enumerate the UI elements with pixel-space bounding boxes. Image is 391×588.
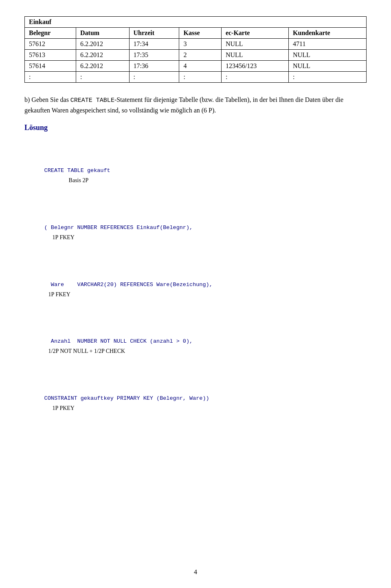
code-text-1: CREATE TABLE gekauft [44,167,110,174]
cell-datum-3: 6.2.2012 [76,61,130,72]
table-header-row: Belegnr Datum Uhrzeit Kasse ec-Karte Kun… [25,28,367,39]
cell-dots-4: : [179,72,221,83]
cell-kasse-3: 4 [179,61,221,72]
page-content: Einkauf Belegnr Datum Uhrzeit Kasse ec-K… [24,16,367,442]
cell-kasse-1: 3 [179,39,221,50]
code-line-5: CONSTRAINT gekauftkey PRIMARY KEY (Beleg… [24,385,367,423]
cell-datum-2: 6.2.2012 [76,50,130,61]
cell-dots-1: : [25,72,76,83]
table-row-dots: : : : : : : [25,72,367,83]
col-header-uhrzeit: Uhrzeit [129,28,179,39]
col-header-kundenkarte: Kundenkarte [289,28,367,39]
annotation-5: 1P PKEY [44,405,75,411]
annotation-4: 1/2P NOT NULL + 1/2P CHECK [44,348,125,354]
code-text-2: ( Belegnr NUMBER REFERENCES Einkauf(Bele… [44,225,193,231]
annotation-1: Basis 2P [44,177,89,183]
cell-ec-2: NULL [221,50,288,61]
cell-datum-1: 6.2.2012 [76,39,130,50]
question-code1: CREATE TABLE [70,97,114,104]
code-line-3: Ware VARCHAR2(20) REFERENCES Ware(Bezeic… [24,271,367,309]
annotation-2: 1P FKEY [44,234,75,240]
loesung-heading: Lösung [24,123,367,132]
cell-ec-1: NULL [221,39,288,50]
cell-ec-3: 123456/123 [221,61,288,72]
question-label: b) [24,96,30,103]
cell-belegnr-2: 57613 [25,50,76,61]
cell-kunden-3: NULL [289,61,367,72]
cell-dots-5: : [221,72,288,83]
col-header-kasse: Kasse [179,28,221,39]
cell-dots-6: : [289,72,367,83]
col-header-belegnr: Belegnr [25,28,76,39]
col-header-ec-karte: ec-Karte [221,28,288,39]
table-row: 57614 6.2.2012 17:36 4 123456/123 NULL [25,61,367,72]
table-row: 57612 6.2.2012 17:34 3 NULL 4711 [25,39,367,50]
cell-dots-2: : [76,72,130,83]
annotation-3: 1P FKEY [44,291,70,297]
code-line-2: ( Belegnr NUMBER REFERENCES Einkauf(Bele… [24,214,367,252]
cell-belegnr-3: 57614 [25,61,76,72]
col-header-datum: Datum [76,28,130,39]
code-text-4: Anzahl NUMBER NOT NULL CHECK (anzahl > 0… [44,338,193,344]
einkauf-table: Einkauf Belegnr Datum Uhrzeit Kasse ec-K… [24,16,367,83]
cell-dots-3: : [129,72,179,83]
cell-belegnr-1: 57612 [25,39,76,50]
cell-uhrzeit-2: 17:35 [129,50,179,61]
cell-kunden-1: 4711 [289,39,367,50]
code-line-4: Anzahl NUMBER NOT NULL CHECK (anzahl > 0… [24,328,367,366]
cell-kunden-2: NULL [289,50,367,61]
question-paragraph: b) Geben Sie das CREATE TABLE-Statement … [24,95,367,115]
code-text-5: CONSTRAINT gekauftkey PRIMARY KEY (Beleg… [44,395,209,401]
page-number: 4 [194,568,197,576]
table-title: Einkauf [25,17,367,28]
code-line-1: CREATE TABLE gekauft Basis 2P [24,157,367,195]
solution-code-block: CREATE TABLE gekauft Basis 2P ( Belegnr … [24,139,367,442]
table-row: 57613 6.2.2012 17:35 2 NULL NULL [25,50,367,61]
cell-uhrzeit-3: 17:36 [129,61,179,72]
question-text-before: Geben Sie das [31,96,70,103]
cell-uhrzeit-1: 17:34 [129,39,179,50]
cell-kasse-2: 2 [179,50,221,61]
code-text-3: Ware VARCHAR2(20) REFERENCES Ware(Bezeic… [44,282,213,288]
